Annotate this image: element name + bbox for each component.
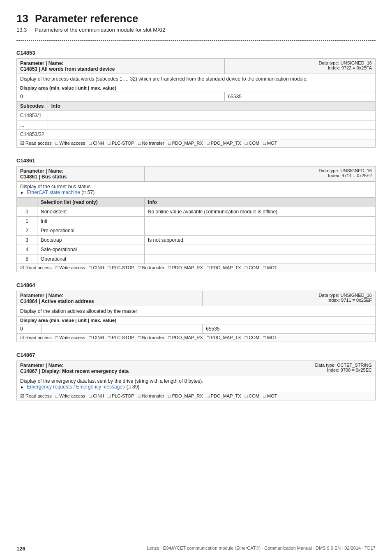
arrow-icon-c14861: ► [20, 190, 24, 195]
display-area-header-c14853: Display area (min. value | unit | max. v… [17, 84, 376, 92]
page-number: 126 [16, 546, 25, 552]
param-block-c14864: C14864 Parameter | Name: C14864 | Active… [16, 282, 376, 342]
param-full-name-c14867: C14867 | Display: Most recent emergency … [20, 368, 129, 374]
page-footer: 126 Lenze · E94AYCET communication modul… [0, 542, 392, 555]
selection-row-4-c14861: 4 Safe-operational [17, 245, 376, 254]
param-header-c14853: Parameter | Name: C14853 | All words fro… [17, 59, 376, 74]
section-divider [16, 40, 376, 41]
param-table-c14861: Parameter | Name: C14861 | Bus status Da… [16, 166, 376, 272]
subcodes-header-c14853: Subcodes Info [17, 102, 376, 111]
emergency-link-c14867[interactable]: Emergency requests / Emergency messages [27, 384, 125, 390]
param-id-c14867: C14867 [16, 352, 376, 358]
display-area-values-c14853: 0 65535 [17, 92, 376, 102]
chapter-number: 13 [16, 12, 28, 25]
param-desc-c14861: Display of the current bus status ► Ethe… [17, 182, 376, 198]
param-id-c14853: C14853 [16, 50, 376, 56]
param-table-c14867: Parameter | Name: C14867 | Display: Most… [16, 361, 376, 400]
display-area-values-c14864: 0 65535 [17, 324, 376, 334]
param-header-c14861: Parameter | Name: C14861 | Bus status Da… [17, 166, 376, 182]
param-block-c14861: C14861 Parameter | Name: C14861 | Bus st… [16, 157, 376, 272]
section-number: 13.3 [16, 27, 27, 33]
param-datatype-c14867: Data type: OCTET_STRINGIndex: 9708 = 0x2… [248, 361, 375, 376]
selection-row-8-c14861: 8 Operational [17, 254, 376, 264]
param-block-c14867: C14867 Parameter | Name: C14867 | Displa… [16, 352, 376, 400]
param-desc-c14867: Display of the emergency data last sent … [17, 376, 376, 392]
param-datatype-c14864: Data type: UNSIGNED_16Index: 9711 = 0x25… [203, 291, 376, 306]
display-area-header-c14864: Display area (min. value | unit | max. v… [17, 317, 376, 324]
param-full-name-c14864: C14864 | Active station address [20, 298, 94, 304]
param-name-label-c14867: Parameter | Name: [20, 363, 63, 368]
access-row-c14864: ☑ Read access □ Write access □ CINH □ PL… [17, 334, 376, 342]
param-name-label-c14861: Parameter | Name: [20, 168, 63, 174]
page-header: 13 Parameter reference 13.3 Parameters o… [16, 12, 376, 33]
param-header-c14864: Parameter | Name: C14864 | Active statio… [17, 291, 376, 306]
arrow-icon-c14867: ► [20, 385, 24, 389]
subcode-row-32-c14853: C14853/32 [17, 130, 376, 139]
param-name-label-c14864: Parameter | Name: [20, 293, 63, 298]
access-row-c14853: ☑ Read access □ Write access □ CINH □ PL… [17, 139, 376, 148]
param-id-c14864: C14864 [16, 282, 376, 288]
selection-row-0-c14861: 0 Nonexistent No online value available … [17, 207, 376, 217]
param-name-label: Parameter | Name: [20, 60, 63, 66]
param-table-c14853: Parameter | Name: C14853 | All words fro… [16, 58, 376, 148]
subcode-row-1-c14853: C14853/1 [17, 111, 376, 120]
selection-list-header-c14861: Selection list (read only) Info [17, 198, 376, 207]
selection-row-1-c14861: 1 Init [17, 217, 376, 226]
selection-row-3-c14861: 3 Bootstrap Is not supported. [17, 236, 376, 245]
param-block-c14853: C14853 Parameter | Name: C14853 | All wo… [16, 50, 376, 148]
param-datatype-c14861: Data type: UNSIGNED_16Index: 9714 = 0x25… [144, 166, 375, 182]
access-row-c14861: ☑ Read access □ Write access □ CINH □ PL… [17, 264, 376, 272]
access-row-c14867: ☑ Read access □ Write access □ CINH □ PL… [17, 392, 376, 400]
param-header-c14867: Parameter | Name: C14867 | Display: Most… [17, 361, 376, 376]
param-full-name-c14853: C14853 | All words from standard device [20, 66, 115, 72]
subcode-row-dots-c14853: ... [17, 120, 376, 130]
param-full-name-c14861: C14861 | Bus status [20, 174, 67, 180]
param-desc-c14864: Display of the station address allocated… [17, 306, 376, 317]
param-desc-c14853: Display of the process data words (subco… [17, 74, 376, 84]
param-table-c14864: Parameter | Name: C14864 | Active statio… [16, 291, 376, 342]
chapter-title: Parameter reference [35, 12, 138, 25]
ethercat-link-c14861[interactable]: EtherCAT state machine [27, 190, 80, 195]
selection-row-2-c14861: 2 Pre-operational [17, 226, 376, 236]
param-id-c14861: C14861 [16, 157, 376, 164]
param-datatype-c14853: Data type: UNSIGNED_16Index: 9722 = 0x25… [224, 59, 375, 74]
section-title: Parameters of the communication module f… [35, 27, 165, 33]
footer-text: Lenze · E94AYCET communication module (E… [147, 546, 376, 552]
